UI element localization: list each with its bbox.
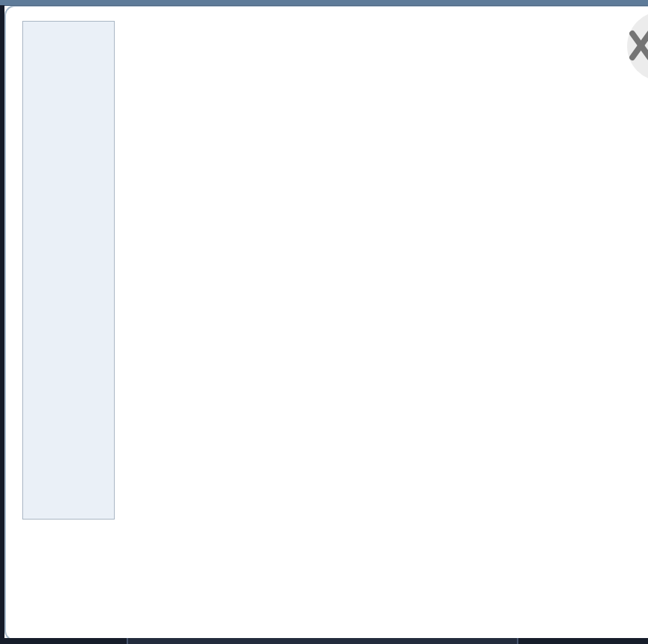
bottom-bar-separator (127, 638, 128, 644)
bottom-bar-separator (517, 638, 518, 644)
diagram-canvas[interactable] (0, 0, 648, 644)
top-edge-bar (0, 0, 648, 6)
close-button[interactable] (623, 6, 648, 88)
wiring-diagram-page (0, 0, 648, 644)
left-edge-bar (0, 5, 4, 638)
bottom-bar-segment (518, 638, 648, 644)
bottom-edge-bar (0, 638, 648, 644)
bottom-bar-segment (0, 638, 127, 644)
